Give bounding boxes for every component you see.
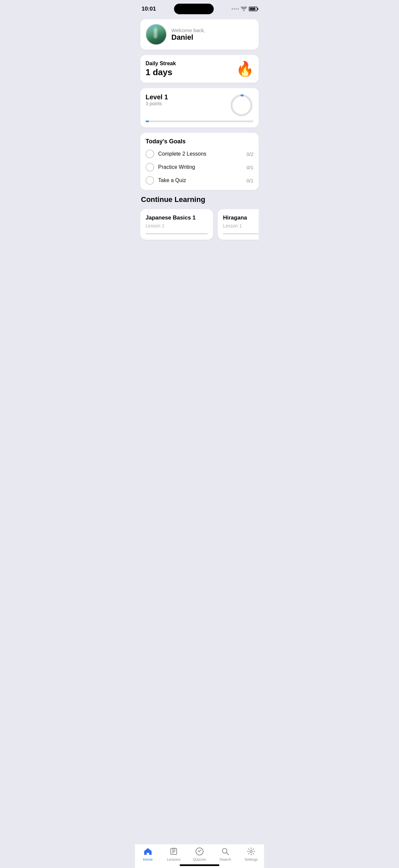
goal-item-lessons: Complete 2 Lessons 0/2 [145, 150, 254, 158]
battery-icon [249, 7, 257, 11]
welcome-text: Welcome back, Daniel [171, 28, 205, 42]
streak-value: 1 days [145, 67, 176, 78]
main-content: Welcome back, Daniel Daily Streak 1 days… [135, 17, 264, 274]
level-header: Level 1 3 points [145, 93, 254, 117]
level-progress-fill [145, 121, 149, 122]
welcome-card: Welcome back, Daniel [140, 19, 259, 50]
lesson-card-title-1: Japanese Basics 1 [145, 215, 208, 221]
level-progress-bar [145, 121, 254, 122]
status-time: 10:01 [142, 6, 156, 12]
lesson-card-bar-2 [223, 233, 259, 235]
avatar [145, 24, 167, 45]
goals-card: Today's Goals Complete 2 Lessons 0/2 Pra… [140, 133, 259, 190]
level-title: Level 1 [145, 93, 168, 101]
streak-label: Daily Streak [145, 61, 176, 66]
flame-icon: 🔥 [236, 60, 254, 78]
goal-progress-quiz: 0/1 [246, 178, 254, 183]
continue-learning-scroll[interactable]: Japanese Basics 1 Lesson 1 Hiragana Less… [140, 209, 259, 241]
welcome-greeting: Welcome back, [171, 28, 205, 33]
goals-title: Today's Goals [145, 138, 254, 145]
goal-checkbox-writing[interactable] [145, 163, 154, 172]
continue-learning-title: Continue Learning [140, 195, 259, 204]
level-points: 3 points [145, 101, 168, 106]
goal-label-lessons: Complete 2 Lessons [158, 151, 242, 157]
signal-icon [232, 8, 239, 9]
lesson-card-subtitle-2: Lesson 1 [223, 223, 259, 228]
level-card: Level 1 3 points [140, 88, 259, 127]
wifi-icon [241, 7, 247, 11]
goal-item-writing: Practice Writing 0/1 [145, 163, 254, 172]
lesson-card-japanese-basics[interactable]: Japanese Basics 1 Lesson 1 [140, 209, 213, 240]
lesson-card-subtitle-1: Lesson 1 [145, 223, 208, 228]
notch [174, 4, 214, 14]
lesson-card-title-2: Hiragana [223, 215, 259, 221]
goal-item-quiz: Take a Quiz 0/1 [145, 176, 254, 185]
status-icons [232, 7, 257, 11]
goal-checkbox-lessons[interactable] [145, 150, 154, 158]
goal-checkbox-quiz[interactable] [145, 176, 154, 185]
status-bar: 10:01 [135, 0, 264, 17]
goal-progress-lessons: 0/2 [246, 151, 254, 157]
goal-progress-writing: 0/1 [246, 164, 254, 170]
goal-label-writing: Practice Writing [158, 164, 242, 170]
lesson-card-hiragana[interactable]: Hiragana Lesson 1 [218, 209, 259, 240]
svg-point-0 [232, 95, 252, 115]
streak-info: Daily Streak 1 days [145, 61, 176, 78]
welcome-name: Daniel [171, 33, 205, 42]
lesson-card-bar-1 [145, 233, 208, 235]
circle-progress [230, 93, 254, 117]
level-info: Level 1 3 points [145, 93, 168, 106]
streak-card: Daily Streak 1 days 🔥 [140, 55, 259, 83]
goal-label-quiz: Take a Quiz [158, 178, 242, 183]
